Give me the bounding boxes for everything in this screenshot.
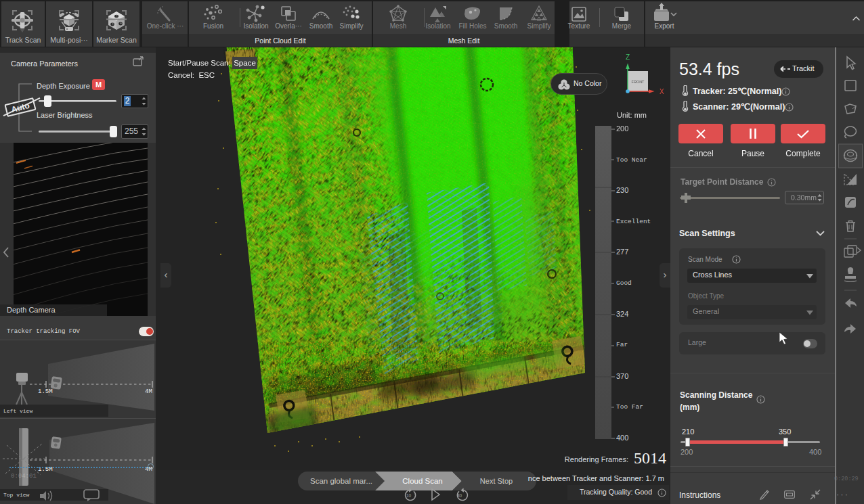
svg-text:X: X (660, 88, 664, 95)
svg-text:Z: Z (626, 53, 630, 61)
svg-text:4M: 4M (145, 388, 152, 395)
svg-text:1.5M: 1.5M (38, 388, 53, 395)
svg-text:10: 10 (406, 493, 412, 498)
svg-text:FRONT: FRONT (632, 80, 645, 84)
svg-text:30: 30 (457, 493, 462, 498)
